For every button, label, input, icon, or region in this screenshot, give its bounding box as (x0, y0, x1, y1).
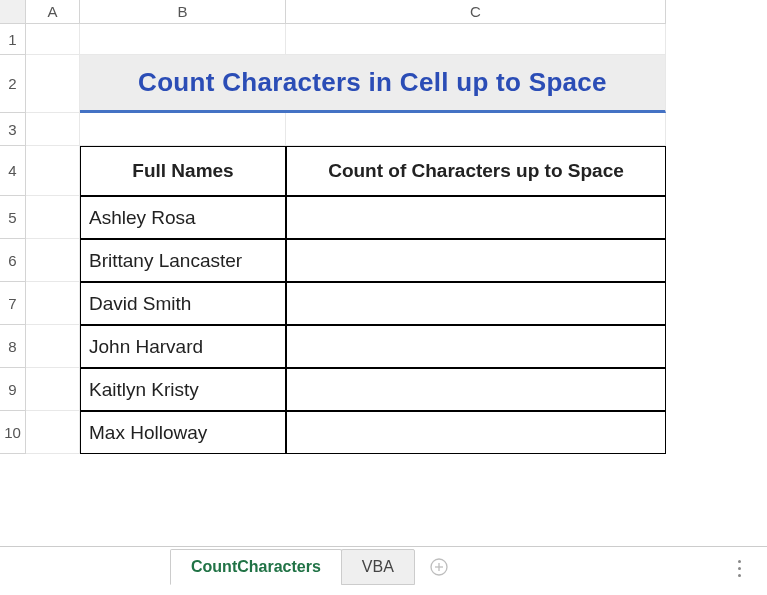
row-10: 10 Max Holloway (0, 411, 767, 454)
table-row[interactable] (286, 282, 666, 325)
cell-A1[interactable] (26, 24, 80, 55)
cell-B3[interactable] (80, 113, 286, 146)
row-header-7[interactable]: 7 (0, 282, 26, 325)
cell-C1[interactable] (286, 24, 666, 55)
sheet-tab-countcharacters[interactable]: CountCharacters (170, 549, 342, 585)
spreadsheet-grid: A B C 1 2 Count Characters in Cell up to… (0, 0, 767, 547)
row-3: 3 (0, 113, 767, 146)
table-row[interactable]: John Harvard (80, 325, 286, 368)
row-2: 2 Count Characters in Cell up to Space (0, 55, 767, 113)
table-row[interactable] (286, 411, 666, 454)
cell-B1[interactable] (80, 24, 286, 55)
tab-options-menu[interactable] (730, 556, 749, 581)
col-header-B[interactable]: B (80, 0, 286, 24)
new-sheet-button[interactable] (422, 550, 456, 584)
row-header-10[interactable]: 10 (0, 411, 26, 454)
dot-icon (738, 574, 741, 577)
row-8: 8 John Harvard (0, 325, 767, 368)
table-row[interactable] (286, 325, 666, 368)
row-header-1[interactable]: 1 (0, 24, 26, 55)
row-header-6[interactable]: 6 (0, 239, 26, 282)
cell-A6[interactable] (26, 239, 80, 282)
table-row[interactable] (286, 368, 666, 411)
table-row[interactable]: Brittany Lancaster (80, 239, 286, 282)
row-9: 9 Kaitlyn Kristy (0, 368, 767, 411)
row-6: 6 Brittany Lancaster (0, 239, 767, 282)
table-row[interactable]: Max Holloway (80, 411, 286, 454)
cell-A8[interactable] (26, 325, 80, 368)
row-header-5[interactable]: 5 (0, 196, 26, 239)
cell-A9[interactable] (26, 368, 80, 411)
cell-A5[interactable] (26, 196, 80, 239)
cell-A3[interactable] (26, 113, 80, 146)
row-7: 7 David Smith (0, 282, 767, 325)
row-header-9[interactable]: 9 (0, 368, 26, 411)
row-1: 1 (0, 24, 767, 55)
table-row[interactable] (286, 196, 666, 239)
sheet-tab-bar: CountCharacters VBA (0, 547, 767, 587)
plus-icon (430, 558, 448, 576)
title-cell[interactable]: Count Characters in Cell up to Space (80, 55, 666, 113)
col-header-A[interactable]: A (26, 0, 80, 24)
select-all-corner[interactable] (0, 0, 26, 24)
table-row[interactable] (286, 239, 666, 282)
cell-A2[interactable] (26, 55, 80, 113)
cell-A4[interactable] (26, 146, 80, 196)
cell-A10[interactable] (26, 411, 80, 454)
table-header-count[interactable]: Count of Characters up to Space (286, 146, 666, 196)
sheet-tab-vba[interactable]: VBA (341, 549, 415, 585)
table-row[interactable]: Kaitlyn Kristy (80, 368, 286, 411)
table-header-names[interactable]: Full Names (80, 146, 286, 196)
dot-icon (738, 560, 741, 563)
table-row[interactable]: David Smith (80, 282, 286, 325)
dot-icon (738, 567, 741, 570)
cell-A7[interactable] (26, 282, 80, 325)
row-4: 4 Full Names Count of Characters up to S… (0, 146, 767, 196)
row-header-4[interactable]: 4 (0, 146, 26, 196)
row-header-8[interactable]: 8 (0, 325, 26, 368)
col-header-C[interactable]: C (286, 0, 666, 24)
row-header-2[interactable]: 2 (0, 55, 26, 113)
table-row[interactable]: Ashley Rosa (80, 196, 286, 239)
column-headers-row: A B C (0, 0, 767, 24)
cell-C3[interactable] (286, 113, 666, 146)
row-header-3[interactable]: 3 (0, 113, 26, 146)
row-5: 5 Ashley Rosa (0, 196, 767, 239)
